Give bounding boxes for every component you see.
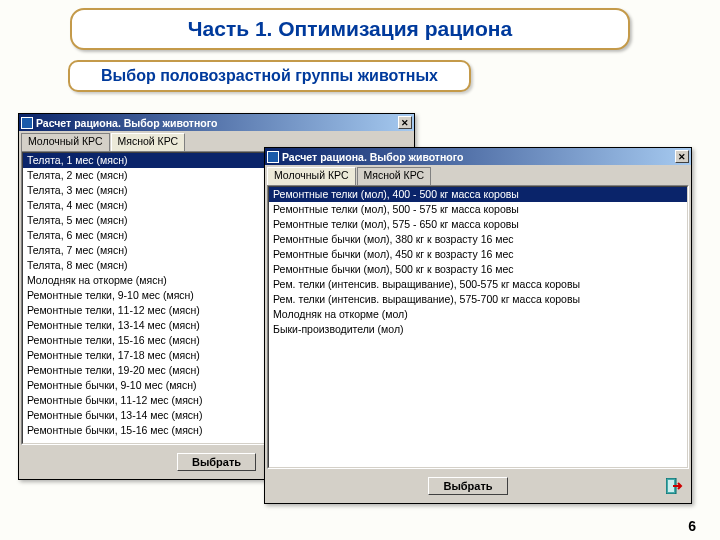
dialog-select-animal-dairy: Расчет рациона. Выбор животного ✕ Молочн… xyxy=(264,147,692,504)
list-item[interactable]: Быки-производители (мол) xyxy=(269,322,687,337)
list-item[interactable]: Рем. телки (интенсив. выращивание), 575-… xyxy=(269,292,687,307)
titlebar: Расчет рациона. Выбор животного ✕ xyxy=(19,114,414,131)
page-number: 6 xyxy=(688,518,696,534)
list-item[interactable]: Молодняк на откорме (мол) xyxy=(269,307,687,322)
list-item[interactable]: Ремонтные бычки (мол), 450 кг к возрасту… xyxy=(269,247,687,262)
list-item[interactable]: Рем. телки (интенсив. выращивание), 500-… xyxy=(269,277,687,292)
tab-meat[interactable]: Мясной КРС xyxy=(357,167,432,185)
bottom-bar: Выбрать xyxy=(265,471,691,501)
list-item[interactable]: Ремонтные бычки (мол), 500 кг к возрасту… xyxy=(269,262,687,277)
list-item[interactable]: Ремонтные телки (мол), 400 - 500 кг масс… xyxy=(269,187,687,202)
tab-meat[interactable]: Мясной КРС xyxy=(111,133,186,151)
tab-dairy[interactable]: Молочный КРС xyxy=(267,167,356,185)
app-icon xyxy=(21,117,33,129)
exit-icon[interactable] xyxy=(665,477,685,495)
select-button[interactable]: Выбрать xyxy=(177,453,256,471)
slide-title-text: Часть 1. Оптимизация рациона xyxy=(188,17,512,41)
list-item[interactable]: Ремонтные телки (мол), 500 - 575 кг масс… xyxy=(269,202,687,217)
select-button[interactable]: Выбрать xyxy=(428,477,507,495)
slide-title: Часть 1. Оптимизация рациона xyxy=(70,8,630,50)
app-icon xyxy=(267,151,279,163)
dialog-title: Расчет рациона. Выбор животного xyxy=(36,117,398,129)
close-icon[interactable]: ✕ xyxy=(675,150,689,163)
titlebar: Расчет рациона. Выбор животного ✕ xyxy=(265,148,691,165)
slide-subtitle: Выбор половозрастной группы животных xyxy=(68,60,471,92)
close-icon[interactable]: ✕ xyxy=(398,116,412,129)
tab-dairy[interactable]: Молочный КРС xyxy=(21,133,110,151)
list-item[interactable]: Ремонтные телки (мол), 575 - 650 кг масс… xyxy=(269,217,687,232)
slide-subtitle-text: Выбор половозрастной группы животных xyxy=(101,67,438,85)
tab-bar: Молочный КРС Мясной КРС xyxy=(265,165,691,185)
list-item[interactable]: Ремонтные бычки (мол), 380 кг к возрасту… xyxy=(269,232,687,247)
dialog-title: Расчет рациона. Выбор животного xyxy=(282,151,675,163)
animal-list: Ремонтные телки (мол), 400 - 500 кг масс… xyxy=(267,185,689,469)
